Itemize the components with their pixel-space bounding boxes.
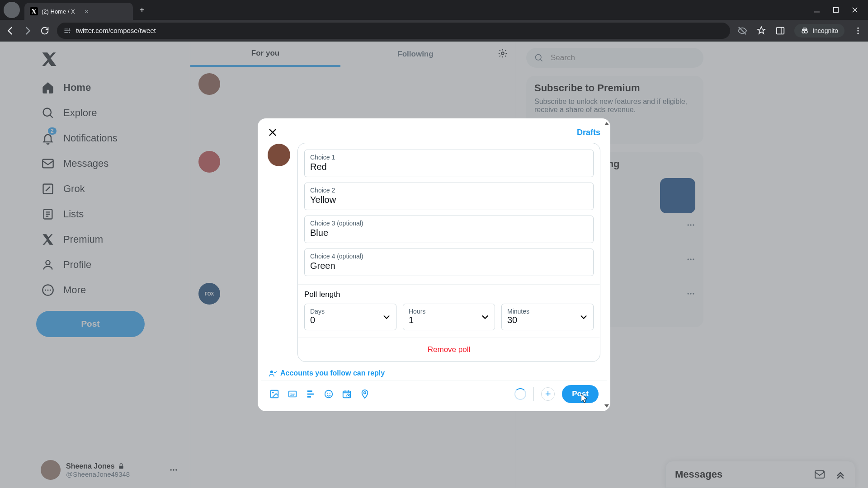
svg-point-40	[330, 393, 330, 394]
field-label: Choice 2	[310, 187, 588, 194]
poll-icon[interactable]	[306, 389, 316, 399]
maximize-icon[interactable]	[832, 6, 840, 14]
tab-strip: (2) Home / X ✕ +	[0, 0, 868, 20]
browser-menu-icon[interactable]	[854, 26, 863, 35]
svg-text:GIF: GIF	[290, 393, 296, 397]
svg-rect-0	[834, 8, 839, 13]
tab-title: (2) Home / X	[42, 8, 75, 15]
schedule-icon[interactable]	[342, 389, 352, 399]
remove-poll-button[interactable]: Remove poll	[298, 338, 600, 361]
url-bar[interactable]: twitter.com/compose/tweet	[57, 23, 730, 39]
svg-point-39	[327, 393, 328, 394]
svg-point-5	[805, 30, 807, 33]
emoji-icon[interactable]	[324, 389, 334, 399]
back-icon[interactable]	[5, 26, 15, 36]
window-close-icon[interactable]	[851, 6, 859, 14]
browser-chrome: (2) Home / X ✕ + twitter.com/compose/twe…	[0, 0, 868, 42]
svg-point-4	[802, 30, 805, 33]
select-value: 30	[507, 315, 588, 325]
drafts-link[interactable]: Drafts	[577, 128, 600, 137]
poll-days-select[interactable]: Days 0	[304, 304, 396, 330]
char-count-ring	[514, 388, 526, 400]
svg-point-8	[857, 33, 859, 34]
poll-choice-input[interactable]	[310, 261, 588, 271]
svg-rect-3	[777, 27, 784, 34]
chevron-down-icon	[579, 312, 589, 322]
location-icon[interactable]	[360, 389, 370, 399]
site-settings-icon[interactable]	[63, 27, 71, 35]
field-label: Minutes	[507, 308, 588, 315]
tab-close-icon[interactable]: ✕	[82, 7, 91, 16]
incognito-icon	[801, 27, 809, 35]
post-button[interactable]: Post	[562, 385, 599, 403]
reply-settings-label: Accounts you follow can reply	[280, 369, 385, 377]
bookmark-star-icon[interactable]	[756, 26, 766, 36]
compose-modal: Drafts Choice 1 Choice 2	[258, 118, 610, 411]
cursor-icon	[580, 393, 589, 405]
chevron-down-icon	[480, 312, 490, 322]
field-label: Choice 3 (optional)	[310, 220, 588, 227]
url-text: twitter.com/compose/tweet	[76, 27, 156, 34]
modal-scrollbar[interactable]	[604, 122, 609, 408]
divider	[533, 387, 534, 401]
x-favicon	[30, 7, 38, 15]
reply-settings-icon	[269, 369, 277, 377]
poll-choice-field[interactable]: Choice 2	[304, 183, 594, 210]
field-label: Days	[310, 308, 391, 315]
field-label: Choice 1	[310, 154, 588, 161]
poll-choice-input[interactable]	[310, 195, 588, 205]
select-value: 1	[409, 315, 489, 325]
poll-choice-input[interactable]	[310, 162, 588, 172]
poll-length-label: Poll length	[304, 290, 594, 299]
forward-icon	[23, 26, 33, 36]
svg-point-38	[325, 390, 333, 398]
svg-point-6	[857, 27, 859, 28]
media-icon[interactable]	[269, 389, 279, 399]
select-value: 0	[310, 315, 391, 325]
poll-card: Choice 1 Choice 2 Choice 3 (optional)	[297, 143, 600, 362]
browser-tab[interactable]: (2) Home / X ✕	[24, 3, 133, 20]
new-tab-button[interactable]: +	[137, 5, 146, 14]
svg-point-33	[270, 371, 273, 373]
avatar	[268, 144, 290, 166]
poll-minutes-select[interactable]: Minutes 30	[501, 304, 594, 330]
eye-off-icon[interactable]	[737, 26, 747, 36]
svg-point-35	[272, 392, 274, 393]
profile-chip[interactable]	[4, 2, 20, 18]
poll-choice-field[interactable]: Choice 1	[304, 150, 594, 177]
reload-icon[interactable]	[40, 26, 50, 36]
gif-icon[interactable]: GIF	[288, 389, 297, 399]
reply-settings-button[interactable]: Accounts you follow can reply	[259, 362, 609, 380]
minimize-icon[interactable]	[813, 6, 821, 14]
field-label: Choice 4 (optional)	[310, 253, 588, 260]
poll-choice-field[interactable]: Choice 4 (optional)	[304, 249, 594, 276]
svg-point-43	[364, 392, 366, 394]
side-panel-icon[interactable]	[775, 26, 785, 36]
incognito-label: Incognito	[812, 27, 838, 34]
poll-choice-field[interactable]: Choice 3 (optional)	[304, 216, 594, 243]
svg-point-7	[857, 30, 859, 31]
poll-hours-select[interactable]: Hours 1	[403, 304, 495, 330]
field-label: Hours	[409, 308, 489, 315]
svg-point-1	[69, 28, 70, 29]
add-tweet-button[interactable]: +	[541, 387, 555, 401]
chevron-down-icon	[382, 312, 392, 322]
poll-choice-input[interactable]	[310, 228, 588, 238]
browser-toolbar: twitter.com/compose/tweet Incognito	[0, 20, 868, 42]
svg-point-2	[69, 32, 70, 33]
close-icon[interactable]	[268, 127, 278, 137]
incognito-chip[interactable]: Incognito	[794, 24, 844, 38]
